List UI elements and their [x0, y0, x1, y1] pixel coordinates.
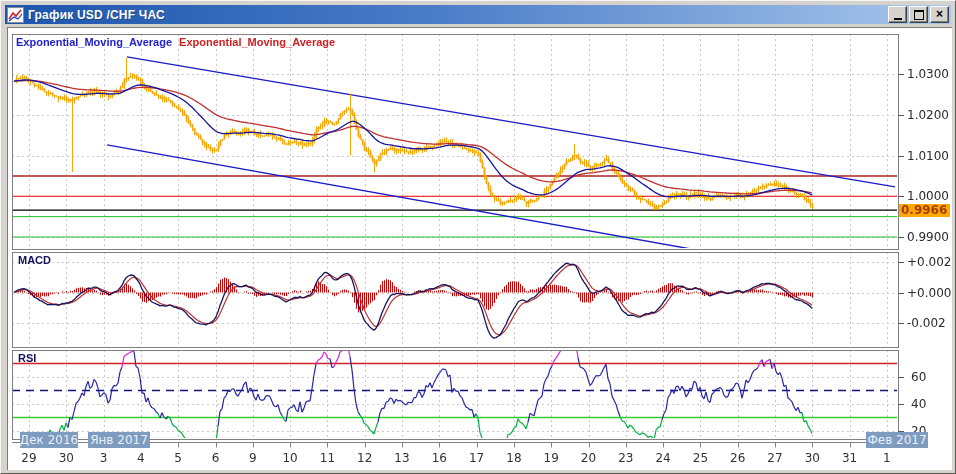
date-tick-label: 18	[501, 451, 527, 465]
title-bar[interactable]: График USD /CHF ЧАС ×	[5, 5, 951, 24]
date-tick-label: 13	[389, 451, 415, 465]
date-tick-label: 23	[613, 451, 639, 465]
date-tick-label: 19	[538, 451, 564, 465]
close-icon: ×	[936, 8, 943, 20]
date-tick-label: 30	[53, 451, 79, 465]
date-tick-label: 6	[203, 451, 229, 465]
window-title: График USD /CHF ЧАС	[28, 8, 886, 22]
date-tick-label: 3	[91, 451, 117, 465]
chart-icon	[7, 7, 24, 23]
price-axis-label: 1.0000	[907, 189, 949, 203]
rsi-axis-label: 40	[911, 397, 926, 411]
date-tick-label: 5	[165, 451, 191, 465]
date-tick-label: 4	[128, 451, 154, 465]
rsi-label: RSI	[18, 352, 36, 364]
date-tick-label: 9	[240, 451, 266, 465]
month-badge: Янв 2017	[88, 432, 150, 448]
date-tick-label: 25	[687, 451, 713, 465]
date-tick-label: 11	[314, 451, 340, 465]
price-axis-label: 1.0100	[907, 149, 949, 163]
date-tick-label: 10	[277, 451, 303, 465]
date-tick-label: 16	[426, 451, 452, 465]
date-tick-label: 30	[799, 451, 825, 465]
macd-label: MACD	[18, 254, 51, 266]
date-tick-label: 26	[725, 451, 751, 465]
date-tick-label: 20	[576, 451, 602, 465]
month-badge: Дек 2016	[20, 432, 78, 448]
date-tick-label: 29	[16, 451, 42, 465]
chart-client-area: Exponential_Moving_Average Exponential_M…	[7, 27, 952, 470]
close-button[interactable]: ×	[930, 6, 949, 23]
date-tick-label: 1	[874, 451, 900, 465]
macd-axis-label: +0.002	[907, 255, 951, 269]
macd-axis-label: -0.002	[907, 316, 946, 330]
price-macd-rsi-chart[interactable]	[8, 28, 952, 470]
price-axis-label: 0.9900	[907, 230, 949, 244]
date-tick-label: 27	[762, 451, 788, 465]
minimize-button[interactable]	[888, 6, 907, 23]
month-badge: Фев 2017	[866, 432, 928, 448]
maximize-icon	[914, 10, 924, 20]
date-tick-label: 12	[352, 451, 378, 465]
price-axis-label: 1.0300	[907, 67, 949, 81]
minimize-icon	[894, 18, 902, 20]
macd-axis-label: +0.000	[907, 286, 951, 300]
date-tick-label: 24	[650, 451, 676, 465]
maximize-button[interactable]	[909, 6, 928, 23]
date-tick-label: 31	[837, 451, 863, 465]
current-price-badge: 0.9966	[899, 204, 950, 217]
app-window: График USD /CHF ЧАС × Exponential_Moving…	[0, 0, 956, 474]
rsi-axis-label: 60	[911, 370, 926, 384]
date-tick-label: 17	[464, 451, 490, 465]
price-axis-label: 1.0200	[907, 108, 949, 122]
